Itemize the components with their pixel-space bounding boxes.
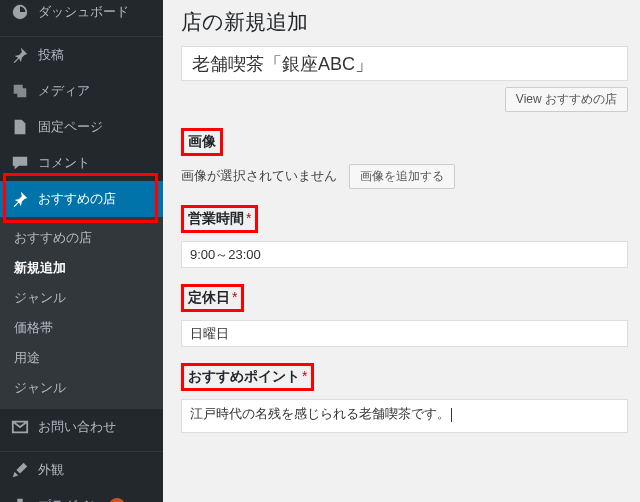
brush-icon — [10, 460, 30, 480]
pin-icon — [10, 45, 30, 65]
field-label-closed: 定休日* — [181, 284, 244, 312]
sidebar-submenu: おすすめの店 新規追加 ジャンル 価格帯 用途 ジャンル — [0, 217, 163, 409]
field-label-image: 画像 — [181, 128, 223, 156]
post-title-input[interactable] — [181, 46, 628, 81]
sidebar-label: メディア — [38, 82, 90, 100]
required-mark: * — [302, 368, 307, 384]
sidebar-item-pages[interactable]: 固定ページ — [0, 109, 163, 145]
sidebar-item-posts[interactable]: 投稿 — [0, 37, 163, 73]
sidebar-sub-price[interactable]: 価格帯 — [0, 313, 163, 343]
update-badge: 9 — [109, 498, 125, 502]
admin-sidebar: ダッシュボード 投稿 メディア 固定ページ コメント おすすめの店 おすすめの店… — [0, 0, 163, 502]
permalink-text — [181, 91, 499, 109]
sidebar-sub-purpose[interactable]: 用途 — [0, 343, 163, 373]
sidebar-label: プラグイン — [38, 497, 103, 502]
sidebar-item-appearance[interactable]: 外観 — [0, 452, 163, 488]
page-icon — [10, 117, 30, 137]
sidebar-label: コメント — [38, 154, 90, 172]
sidebar-label: 外観 — [38, 461, 64, 479]
required-mark: * — [232, 289, 237, 305]
closed-input[interactable] — [181, 320, 628, 347]
no-image-text: 画像が選択されていません — [181, 168, 337, 183]
field-label-point: おすすめポイント* — [181, 363, 314, 391]
mail-icon — [10, 417, 30, 437]
hours-input[interactable] — [181, 241, 628, 268]
sidebar-label: お問い合わせ — [38, 418, 116, 436]
plugin-icon — [10, 496, 30, 502]
sidebar-label: ダッシュボード — [38, 3, 129, 21]
media-icon — [10, 81, 30, 101]
view-post-button[interactable]: View おすすめの店 — [505, 87, 628, 112]
sidebar-label: 投稿 — [38, 46, 64, 64]
pin-icon — [10, 189, 30, 209]
comment-icon — [10, 153, 30, 173]
sidebar-item-recommended[interactable]: おすすめの店 — [0, 181, 163, 217]
sidebar-sub-genre2[interactable]: ジャンル — [0, 373, 163, 403]
sidebar-item-dashboard[interactable]: ダッシュボード — [0, 0, 163, 30]
text-caret — [451, 408, 452, 422]
point-textarea[interactable]: 江戸時代の名残を感じられる老舗喫茶です。 — [181, 399, 628, 433]
sidebar-item-media[interactable]: メディア — [0, 73, 163, 109]
field-label-hours: 営業時間* — [181, 205, 258, 233]
sidebar-item-plugins[interactable]: プラグイン 9 — [0, 488, 163, 502]
sidebar-sub-add[interactable]: 新規追加 — [0, 253, 163, 283]
main-content: 店の新規追加 View おすすめの店 画像 画像が選択されていません 画像を追加… — [163, 0, 640, 502]
sidebar-item-contact[interactable]: お問い合わせ — [0, 409, 163, 445]
sidebar-item-comments[interactable]: コメント — [0, 145, 163, 181]
sidebar-sub-genre[interactable]: ジャンル — [0, 283, 163, 313]
sidebar-label: おすすめの店 — [38, 190, 116, 208]
add-image-button[interactable]: 画像を追加する — [349, 164, 455, 189]
dashboard-icon — [10, 2, 30, 22]
sidebar-sub-list[interactable]: おすすめの店 — [0, 223, 163, 253]
sidebar-label: 固定ページ — [38, 118, 103, 136]
page-title: 店の新規追加 — [181, 8, 628, 36]
required-mark: * — [246, 210, 251, 226]
